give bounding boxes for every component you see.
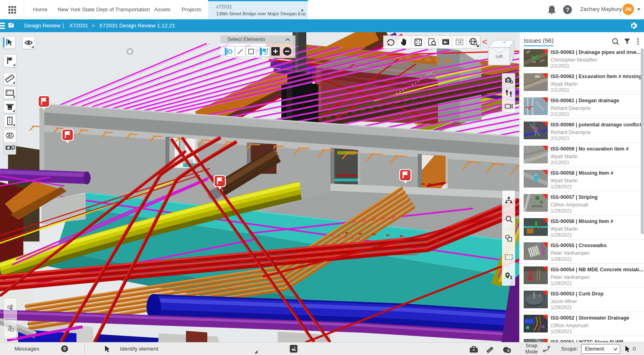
svg-text:?: ? [566,6,570,13]
svg-text:Left: Left [496,54,503,59]
